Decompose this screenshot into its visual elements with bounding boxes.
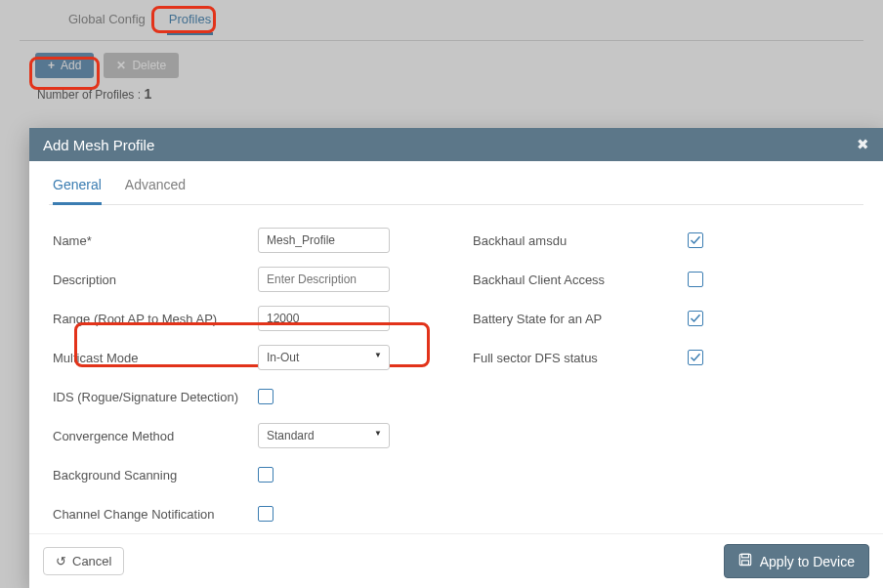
field-convergence: Convergence Method Standard: [53, 416, 414, 455]
label-multicast: Multicast Mode: [53, 351, 258, 365]
multicast-select[interactable]: In-Out: [258, 345, 390, 370]
bclient-checkbox[interactable]: [688, 272, 703, 287]
field-ids: IDS (Rogue/Signature Detection): [53, 377, 414, 416]
channotif-checkbox[interactable]: [258, 506, 273, 522]
battery-checkbox[interactable]: [688, 311, 703, 326]
field-bgscan: Background Scanning: [53, 455, 414, 494]
svg-rect-2: [741, 561, 748, 565]
convergence-select[interactable]: Standard: [258, 423, 390, 448]
form-right-col: Backhaul amsdu Backhaul Client Access Ba…: [473, 221, 785, 533]
range-input[interactable]: [258, 306, 390, 331]
label-bgscan: Background Scanning: [53, 468, 258, 483]
field-dfs: Full sector DFS status: [473, 338, 785, 377]
label-battery: Battery State for an AP: [473, 312, 688, 326]
modal-title: Add Mesh Profile: [43, 137, 154, 153]
field-description: Description: [53, 260, 414, 299]
form-left-col: Name* Description Range (Root AP to Mesh…: [53, 221, 414, 533]
modal-footer: ↺ Cancel Apply to Device: [29, 533, 883, 588]
modal-subtabs: General Advanced: [49, 173, 863, 205]
label-channotif: Channel Change Notification: [53, 507, 258, 522]
apply-button-label: Apply to Device: [760, 554, 855, 569]
field-name: Name*: [53, 221, 414, 260]
label-amsdu: Backhaul amsdu: [473, 233, 688, 248]
label-dfs: Full sector DFS status: [473, 351, 688, 365]
subtab-general[interactable]: General: [53, 173, 102, 205]
label-description: Description: [53, 273, 258, 287]
label-name: Name*: [53, 233, 258, 248]
subtab-advanced[interactable]: Advanced: [125, 173, 186, 204]
modal-header: Add Mesh Profile ✖: [29, 128, 883, 161]
label-range: Range (Root AP to Mesh AP): [53, 312, 258, 326]
label-convergence: Convergence Method: [53, 429, 258, 443]
undo-icon: ↺: [56, 554, 66, 568]
label-bclient: Backhaul Client Access: [473, 273, 688, 287]
description-input[interactable]: [258, 267, 390, 292]
field-bclient: Backhaul Client Access: [473, 260, 785, 299]
field-channotif: Channel Change Notification: [53, 494, 414, 533]
name-input[interactable]: [258, 228, 390, 253]
label-ids: IDS (Rogue/Signature Detection): [53, 390, 258, 404]
field-battery: Battery State for an AP: [473, 299, 785, 338]
add-mesh-profile-modal: Add Mesh Profile ✖ General Advanced Name…: [29, 128, 883, 588]
ids-checkbox[interactable]: [258, 389, 273, 404]
dfs-checkbox[interactable]: [688, 350, 703, 365]
cancel-button[interactable]: ↺ Cancel: [43, 547, 124, 575]
cancel-button-label: Cancel: [72, 554, 111, 568]
field-amsdu: Backhaul amsdu: [473, 221, 785, 260]
svg-rect-1: [741, 554, 748, 558]
form-columns: Name* Description Range (Root AP to Mesh…: [49, 221, 863, 533]
close-icon[interactable]: ✖: [857, 136, 869, 153]
save-icon: [738, 553, 752, 569]
amsdu-checkbox[interactable]: [688, 232, 703, 248]
field-range: Range (Root AP to Mesh AP): [53, 299, 414, 338]
apply-button[interactable]: Apply to Device: [724, 544, 869, 578]
modal-body: General Advanced Name* Description Range…: [29, 161, 883, 533]
field-multicast: Multicast Mode In-Out: [53, 338, 414, 377]
bgscan-checkbox[interactable]: [258, 467, 273, 483]
